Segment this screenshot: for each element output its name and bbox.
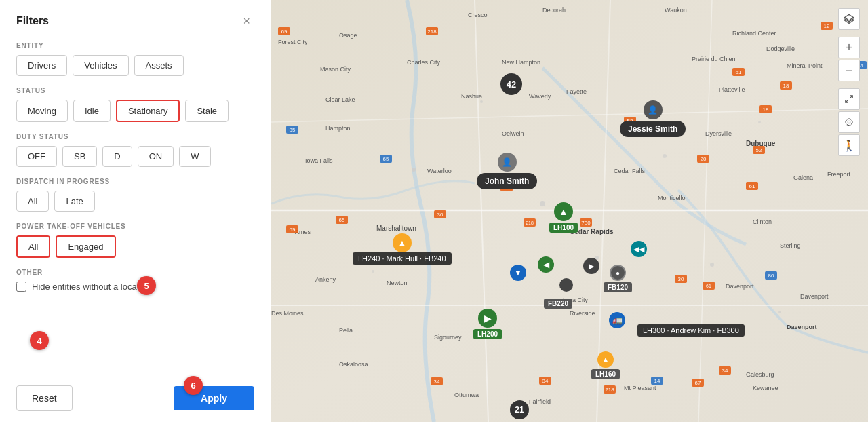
marker-teal-1[interactable]: ◀◀	[631, 241, 647, 257]
sidebar-header: Filters ×	[16, 14, 254, 28]
dispatch-btn-all[interactable]: All	[16, 191, 49, 212]
svg-text:Galena: Galena	[793, 174, 813, 181]
status-btn-stale[interactable]: Stale	[185, 100, 229, 122]
locate-icon	[844, 117, 854, 127]
duty-btn-off[interactable]: OFF	[16, 146, 57, 167]
svg-text:730: 730	[581, 220, 591, 226]
duty-btn-d[interactable]: D	[102, 146, 132, 167]
reset-button[interactable]: Reset	[16, 385, 73, 411]
svg-text:Freeport: Freeport	[827, 171, 851, 178]
duty-status-section: DUTY STATUS OFF SB D ON W	[16, 133, 254, 167]
svg-text:69: 69	[290, 227, 296, 233]
minus-icon: −	[846, 64, 853, 77]
status-btn-stationary[interactable]: Stationary	[116, 100, 180, 122]
person-button[interactable]: 🚶	[838, 134, 860, 156]
entity-btn-vehicles[interactable]: Vehicles	[73, 55, 128, 76]
other-section: OTHER Hide entities without a location	[16, 269, 254, 292]
svg-text:34: 34	[434, 379, 440, 385]
duty-btn-w[interactable]: W	[179, 146, 210, 167]
duty-btn-on[interactable]: ON	[138, 146, 174, 167]
hide-no-location-row: Hide entities without a location	[16, 282, 254, 292]
svg-text:Richland Center: Richland Center	[732, 30, 776, 37]
filters-sidebar: Filters × ENTITY Drivers Vehicles Assets…	[0, 0, 271, 422]
svg-point-125	[846, 119, 852, 125]
marker-jessie-smith[interactable]: 👤 Jessie Smith	[620, 100, 686, 137]
marker-42[interactable]: 42	[500, 73, 522, 95]
plus-icon: +	[846, 41, 853, 54]
marker-lh200[interactable]: ▶ LH200	[473, 309, 502, 339]
svg-text:Davenport: Davenport	[800, 293, 829, 300]
pto-btn-all[interactable]: All	[16, 235, 50, 258]
marker-lh240[interactable]: ▲ LH240 · Mark Hull · FB240	[353, 243, 452, 265]
svg-text:Sigourney: Sigourney	[434, 334, 462, 341]
duty-btn-sb[interactable]: SB	[62, 146, 97, 167]
hide-no-location-checkbox[interactable]	[16, 282, 26, 292]
map-area[interactable]: Cresco Decorah Waukon Forest City Osage …	[271, 0, 868, 422]
marker-dark-1[interactable]: ▶	[583, 258, 599, 274]
entity-btn-assets[interactable]: Assets	[134, 55, 184, 76]
marker-fb220[interactable]: FB220	[544, 299, 572, 309]
svg-text:61: 61	[749, 183, 755, 189]
marker-lh160[interactable]: ▲ LH160	[591, 351, 620, 379]
svg-text:Fairfield: Fairfield	[529, 398, 551, 405]
zoom-in-button[interactable]: +	[838, 37, 860, 58]
entity-btn-drivers[interactable]: Drivers	[16, 55, 67, 76]
marker-42-badge: 42	[500, 73, 522, 95]
layers-button[interactable]	[838, 8, 860, 30]
svg-text:Iowa Falls: Iowa Falls	[305, 157, 333, 164]
lh200-label: LH200	[473, 329, 502, 339]
jessie-smith-label: Jessie Smith	[620, 121, 686, 137]
svg-text:Cedar Falls: Cedar Falls	[614, 168, 646, 174]
svg-text:218: 218	[605, 387, 614, 393]
svg-text:65: 65	[383, 156, 389, 162]
svg-text:Waterloo: Waterloo	[427, 168, 452, 174]
entity-btn-group: Drivers Vehicles Assets	[16, 55, 254, 76]
status-btn-idle[interactable]: Idle	[73, 100, 111, 122]
pto-btn-engaged[interactable]: Engaged	[56, 235, 115, 258]
svg-text:61: 61	[706, 284, 711, 288]
marker-21[interactable]: 21	[510, 400, 529, 419]
lh240-label: LH240 · Mark Hull · FB240	[353, 252, 452, 265]
svg-text:Waukon: Waukon	[665, 7, 687, 14]
locate-button[interactable]	[838, 111, 860, 133]
status-section: STATUS Moving Idle Stationary Stale	[16, 87, 254, 122]
annotation-6: 6	[184, 376, 203, 395]
entity-label: ENTITY	[16, 42, 254, 50]
teal-marker-1: ◀◀	[631, 241, 647, 257]
blue-marker-1: ▼	[510, 265, 526, 281]
fb120-label: FB120	[604, 282, 632, 292]
svg-text:Charles City: Charles City	[407, 59, 441, 66]
svg-text:61: 61	[736, 69, 742, 75]
dispatch-btn-late[interactable]: Late	[54, 191, 94, 212]
lh100-arrow: ▲	[554, 202, 573, 221]
status-btn-moving[interactable]: Moving	[16, 100, 68, 122]
svg-text:30: 30	[678, 276, 684, 282]
svg-text:Decorah: Decorah	[542, 7, 566, 14]
close-button[interactable]: ×	[239, 14, 254, 28]
marker-green-1[interactable]: ◀	[538, 256, 554, 273]
marker-blue-2[interactable]: 🚛	[609, 312, 625, 328]
other-label: OTHER	[16, 269, 254, 276]
dispatch-btn-group: All Late	[16, 191, 254, 212]
svg-text:35: 35	[290, 127, 296, 133]
zoom-out-button[interactable]: −	[838, 60, 860, 81]
svg-text:65: 65	[339, 217, 345, 223]
svg-line-123	[846, 100, 848, 102]
green-marker-1: ◀	[538, 256, 554, 273]
svg-text:Pella: Pella	[339, 327, 353, 334]
fullscreen-button[interactable]	[838, 88, 860, 110]
svg-text:Fayette: Fayette	[566, 88, 587, 95]
svg-text:69: 69	[281, 28, 288, 35]
marker-lh100[interactable]: ▲ LH100	[549, 202, 578, 233]
marker-blue-1[interactable]: ▼	[510, 265, 526, 281]
lh160-arrow: ▲	[597, 351, 614, 368]
marker-fb120[interactable]: ● FB120	[604, 265, 632, 292]
marker-john-smith[interactable]: 👤 John Smith	[477, 153, 537, 189]
marker-lh300[interactable]: LH300 · Andrew Kim · FB300	[637, 324, 745, 337]
duty-status-btn-group: OFF SB D ON W	[16, 146, 254, 167]
svg-text:Osage: Osage	[339, 32, 357, 39]
marker-dark-2[interactable]	[559, 278, 573, 292]
svg-text:Newton: Newton	[387, 280, 408, 286]
svg-text:Mineral Point: Mineral Point	[787, 62, 823, 69]
map-controls: + − 🚶	[838, 8, 860, 156]
